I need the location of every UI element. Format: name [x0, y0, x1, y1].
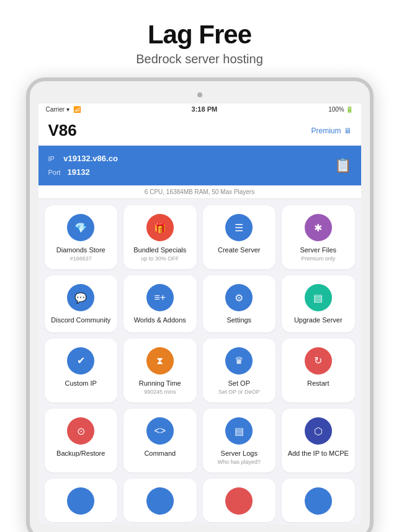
grid-item-0[interactable]: 💎Diamonds Store#166637 [45, 205, 118, 269]
grid-item-icon-12: ⊙ [67, 417, 94, 445]
grid-item-11[interactable]: ↻Restart [282, 339, 355, 402]
grid-item-label-9: Running Time [139, 379, 181, 388]
bottom-icon-3 [305, 487, 332, 515]
grid-item-8[interactable]: ✔Custom IP [45, 339, 118, 402]
grid-item-icon-11: ↻ [305, 347, 332, 375]
grid-item-1[interactable]: 🎁Bundled Specialsup to 30% OFF [123, 205, 197, 269]
grid-item-icon-0: 💎 [67, 214, 94, 241]
bottom-icon-0 [67, 487, 94, 515]
grid-item-sublabel-9: 990245 mins [144, 389, 176, 395]
grid-item-9[interactable]: ⧗Running Time990245 mins [123, 339, 197, 402]
ipad-device-frame: Carrier ▾ 📶 3:18 PM 100% 🔋 V86 Premium 🖥… [26, 78, 374, 532]
grid-item-10[interactable]: ♛Set OPSet OP or DeOP [203, 339, 276, 402]
grid-item-label-8: Custom IP [65, 379, 97, 388]
status-bar: Carrier ▾ 📶 3:18 PM 100% 🔋 [38, 104, 361, 115]
bottom-row-item-0[interactable] [45, 479, 118, 522]
grid-item-12[interactable]: ⊙Backup/Restore [45, 409, 118, 472]
grid-item-icon-2: ☰ [225, 214, 253, 241]
grid-item-label-5: Worlds & Addons [134, 316, 186, 324]
grid-item-icon-4: 💬 [67, 284, 94, 311]
bottom-row-item-1[interactable] [123, 479, 197, 522]
grid-item-label-10: Set OP [228, 379, 250, 388]
grid-item-icon-14: ▤ [225, 417, 253, 445]
grid-item-13[interactable]: <>Command [123, 409, 197, 472]
grid-item-label-14: Server Logs [221, 449, 258, 458]
grid-item-icon-7: ▤ [305, 284, 332, 311]
grid-item-label-0: Diamonds Store [56, 246, 105, 254]
grid-item-icon-10: ♛ [225, 347, 253, 375]
server-icon: 📋 [334, 157, 351, 174]
grid-item-label-11: Restart [307, 379, 329, 388]
grid-item-icon-6: ⚙ [225, 284, 253, 311]
port-value: 19132 [68, 167, 90, 177]
grid-item-label-12: Backup/Restore [56, 449, 105, 458]
main-subtitle: Bedrock server hosting [136, 52, 263, 66]
grid-item-icon-15: ⬡ [305, 417, 332, 445]
grid-item-7[interactable]: ▤Upgrade Server [282, 275, 355, 332]
bottom-row [38, 479, 361, 525]
grid-item-icon-5: ≡+ [146, 284, 174, 311]
grid-item-4[interactable]: 💬Discord Community [45, 275, 118, 332]
grid-item-label-7: Upgrade Server [294, 316, 343, 324]
grid-item-sublabel-1: up to 30% OFF [141, 255, 179, 262]
grid-item-icon-9: ⧗ [146, 347, 174, 375]
grid-item-6[interactable]: ⚙Settings [203, 275, 276, 332]
app-screen: Carrier ▾ 📶 3:18 PM 100% 🔋 V86 Premium 🖥… [38, 104, 361, 525]
server-stats: 6 CPU, 16384MB RAM, 50 Max Players [38, 185, 361, 199]
server-bar: IP v19132.v86.co Port 19132 📋 [38, 146, 361, 185]
grid-item-icon-1: 🎁 [146, 214, 174, 241]
main-title: Lag Free [136, 20, 263, 50]
ip-value: v19132.v86.co [63, 154, 117, 163]
grid-item-icon-8: ✔ [67, 347, 94, 375]
bottom-row-item-3[interactable] [282, 479, 355, 522]
port-label: Port [48, 169, 61, 176]
grid-item-3[interactable]: ✱Server FilesPremium only [282, 205, 355, 269]
app-title: V86 [48, 121, 77, 140]
server-info: IP v19132.v86.co Port 19132 [48, 152, 118, 179]
grid-item-label-2: Create Server [218, 246, 260, 254]
grid-item-sublabel-3: Premium only [301, 255, 335, 262]
grid-item-icon-13: <> [146, 417, 174, 445]
grid-item-label-15: Add the IP to MCPE [288, 449, 349, 458]
grid-item-label-6: Settings [226, 316, 251, 324]
bottom-icon-1 [146, 487, 174, 515]
monitor-icon: 🖥 [344, 126, 351, 135]
battery-label: 100% 🔋 [328, 106, 353, 113]
grid-item-label-1: Bundled Specials [133, 246, 186, 254]
premium-badge: Premium 🖥 [311, 126, 351, 135]
grid-item-14[interactable]: ▤Server LogsWho has played? [203, 409, 276, 472]
grid-item-label-13: Command [144, 449, 176, 458]
time-label: 3:18 PM [192, 105, 218, 113]
grid-item-5[interactable]: ≡+Worlds & Addons [123, 275, 197, 332]
bottom-icon-2 [225, 487, 253, 515]
grid-item-icon-3: ✱ [305, 214, 332, 241]
bottom-row-item-2[interactable] [203, 479, 276, 522]
page-header: Lag Free Bedrock server hosting [136, 0, 263, 78]
grid-item-label-4: Discord Community [51, 316, 110, 324]
grid-item-15[interactable]: ⬡Add the IP to MCPE [282, 409, 355, 472]
carrier-label: Carrier ▾ 📶 [46, 106, 81, 113]
ip-label: IP [48, 155, 55, 162]
camera-dot [197, 92, 202, 97]
app-header: V86 Premium 🖥 [38, 115, 361, 146]
grid-item-sublabel-10: Set OP or DeOP [218, 389, 259, 395]
grid-item-2[interactable]: ☰Create Server [203, 205, 276, 269]
features-grid: 💎Diamonds Store#166637🎁Bundled Specialsu… [38, 199, 361, 479]
grid-item-sublabel-14: Who has played? [217, 459, 261, 465]
grid-item-label-3: Server Files [300, 246, 336, 254]
grid-item-sublabel-0: #166637 [70, 255, 92, 262]
